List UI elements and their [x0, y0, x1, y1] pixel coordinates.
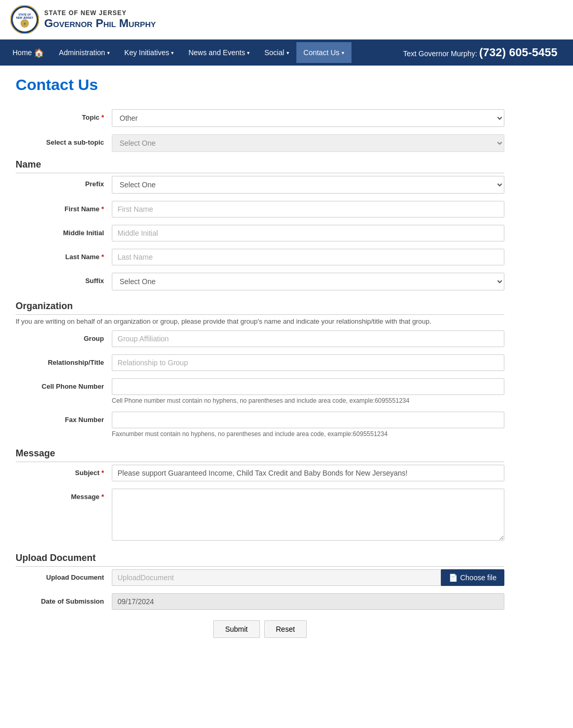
state-name-text: State of New Jersey — [44, 9, 156, 17]
nav-news-and-events[interactable]: News and Events ▾ — [181, 42, 257, 63]
topic-required-mark: * — [101, 113, 104, 121]
main-navbar: Home 🏠 Administration ▾ Key Initiatives … — [0, 40, 573, 66]
message-section: Message Subject * Message * — [16, 448, 504, 542]
svg-text:NEW JERSEY: NEW JERSEY — [16, 16, 33, 19]
message-required: * — [101, 493, 104, 501]
group-row: Group — [16, 330, 504, 347]
nav-contact-us[interactable]: Contact Us ▾ — [296, 42, 351, 63]
upload-row-container: 📄 Choose file — [112, 569, 504, 586]
news-events-dropdown-arrow: ▾ — [247, 50, 250, 56]
upload-section-header: Upload Document — [16, 553, 504, 567]
organization-section: Organization If you are writing on behal… — [16, 301, 504, 438]
topic-row: Topic * Other General Inquiry Policy Leg… — [16, 109, 504, 127]
date-submission-input — [112, 593, 504, 610]
submit-row: Submit Reset — [16, 620, 504, 638]
subject-field — [112, 465, 504, 481]
fax-label: Fax Number — [16, 412, 112, 424]
topic-label: Topic * — [16, 109, 112, 121]
nav-key-initiatives[interactable]: Key Initiatives ▾ — [117, 42, 181, 63]
upload-filename-display — [112, 569, 441, 586]
subject-label: Subject * — [16, 465, 112, 477]
administration-dropdown-arrow: ▾ — [107, 50, 110, 56]
social-dropdown-arrow: ▾ — [286, 50, 289, 56]
submit-button[interactable]: Submit — [213, 620, 260, 638]
svg-text:⚜: ⚜ — [23, 22, 26, 25]
relationship-row: Relationship/Title — [16, 354, 504, 371]
upload-document-field: 📄 Choose file — [112, 569, 504, 586]
administration-label: Administration — [59, 48, 105, 57]
file-icon: 📄 — [449, 573, 458, 582]
first-name-label: First Name * — [16, 201, 112, 213]
cell-phone-hint: Cell Phone number must contain no hyphen… — [112, 397, 504, 404]
group-label: Group — [16, 330, 112, 342]
choose-file-label: Choose file — [460, 573, 497, 582]
middle-initial-input[interactable] — [112, 225, 504, 241]
prefix-select[interactable]: Select One Mr. Mrs. Ms. Dr. — [112, 176, 504, 194]
subject-input[interactable] — [112, 465, 504, 481]
relationship-field — [112, 354, 504, 371]
name-section: Name Prefix Select One Mr. Mrs. Ms. Dr. … — [16, 159, 504, 290]
governor-name-text: Governor Phil Murphy — [44, 17, 156, 30]
relationship-label: Relationship/Title — [16, 354, 112, 366]
suffix-label: Suffix — [16, 273, 112, 285]
prefix-field: Select One Mr. Mrs. Ms. Dr. — [112, 176, 504, 194]
page-title: Contact Us — [16, 76, 504, 94]
last-name-required: * — [101, 253, 104, 261]
news-events-label: News and Events — [188, 48, 245, 57]
last-name-label: Last Name * — [16, 249, 112, 261]
cell-phone-input[interactable] — [112, 378, 504, 395]
last-name-input[interactable] — [112, 249, 504, 265]
upload-document-label: Upload Document — [16, 569, 112, 581]
subject-required: * — [101, 469, 104, 477]
logo-area: STATE OF NEW JERSEY ⚜ State of New Jerse… — [10, 5, 156, 34]
organization-section-header: Organization — [16, 301, 504, 315]
prefix-row: Prefix Select One Mr. Mrs. Ms. Dr. — [16, 176, 504, 194]
cell-phone-field: Cell Phone number must contain no hyphen… — [112, 378, 504, 404]
fax-input[interactable] — [112, 412, 504, 428]
middle-initial-label: Middle Initial — [16, 225, 112, 237]
subtopic-field: Select One — [112, 134, 504, 152]
date-submission-label: Date of Submission — [16, 593, 112, 605]
subtopic-label: Select a sub-topic — [16, 134, 112, 146]
site-header: STATE OF NEW JERSEY ⚜ State of New Jerse… — [0, 0, 573, 40]
first-name-input[interactable] — [112, 201, 504, 218]
key-initiatives-dropdown-arrow: ▾ — [171, 50, 174, 56]
cell-phone-label: Cell Phone Number — [16, 378, 112, 390]
contact-us-label: Contact Us — [304, 48, 340, 57]
reset-button[interactable]: Reset — [264, 620, 307, 638]
topic-field: Other General Inquiry Policy Legislation… — [112, 109, 504, 127]
nav-phone-area: Text Governor Murphy: (732) 605-5455 — [393, 40, 568, 66]
last-name-field — [112, 249, 504, 265]
governor-phone: (732) 605-5455 — [479, 46, 557, 59]
message-row: Message * — [16, 489, 504, 542]
first-name-field — [112, 201, 504, 218]
relationship-input[interactable] — [112, 354, 504, 371]
first-name-required: * — [101, 205, 104, 213]
middle-initial-row: Middle Initial — [16, 225, 504, 241]
main-content: Contact Us Topic * Other General Inquiry… — [0, 66, 520, 648]
message-textarea[interactable] — [112, 489, 504, 541]
nav-administration[interactable]: Administration ▾ — [51, 42, 117, 63]
nav-social[interactable]: Social ▾ — [257, 42, 296, 63]
upload-section: Upload Document Upload Document 📄 Choose… — [16, 553, 504, 610]
topic-select[interactable]: Other General Inquiry Policy Legislation… — [112, 109, 504, 127]
fax-field: Faxnumber must contain no hyphens, no pa… — [112, 412, 504, 438]
nav-home[interactable]: Home 🏠 — [5, 42, 51, 64]
choose-file-button[interactable]: 📄 Choose file — [441, 569, 504, 586]
organization-note: If you are writing on behalf of an organ… — [16, 317, 504, 325]
contact-us-dropdown-arrow: ▾ — [342, 50, 344, 56]
key-initiatives-label: Key Initiatives — [124, 48, 169, 57]
suffix-field: Select One Jr. Sr. II III IV — [112, 273, 504, 290]
nav-left: Home 🏠 Administration ▾ Key Initiatives … — [5, 42, 351, 64]
subtopic-select[interactable]: Select One — [112, 134, 504, 152]
group-input[interactable] — [112, 330, 504, 347]
fax-row: Fax Number Faxnumber must contain no hyp… — [16, 412, 504, 438]
suffix-select[interactable]: Select One Jr. Sr. II III IV — [112, 273, 504, 290]
nj-seal: STATE OF NEW JERSEY ⚜ — [10, 5, 39, 34]
group-field — [112, 330, 504, 347]
date-submission-field — [112, 593, 504, 610]
header-title-block: State of New Jersey Governor Phil Murphy — [44, 9, 156, 30]
cell-phone-row: Cell Phone Number Cell Phone number must… — [16, 378, 504, 404]
message-field — [112, 489, 504, 542]
fax-hint: Faxnumber must contain no hyphens, no pa… — [112, 430, 504, 438]
